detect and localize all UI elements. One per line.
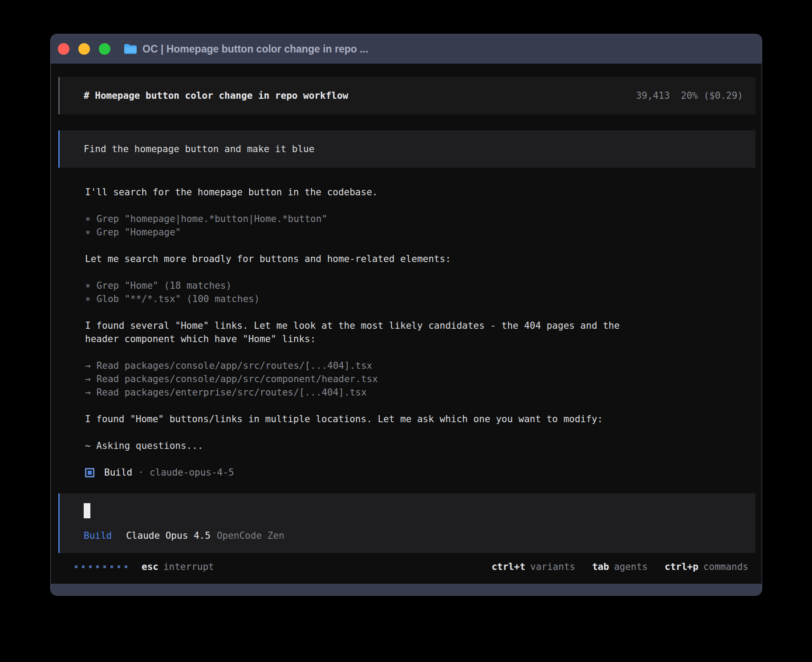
spinner-dot	[103, 565, 106, 568]
terminal-window: OC | Homepage button color change in rep…	[50, 34, 762, 596]
tool-call-label: Grep "Homepage"	[97, 227, 181, 238]
tool-call: →Read packages/enterprise/src/routes/[..…	[85, 386, 755, 399]
window-title: OC | Homepage button color change in rep…	[142, 43, 368, 55]
window-bottom-strip	[51, 584, 762, 595]
tool-call-label: Read packages/enterprise/src/routes/[...…	[97, 387, 367, 398]
token-count: 39,413	[636, 90, 670, 101]
close-button[interactable]	[58, 43, 69, 55]
text-cursor	[84, 503, 90, 518]
hint-key: esc	[142, 560, 158, 573]
tool-call: →Read packages/console/app/src/routes/[.…	[85, 359, 755, 372]
dot-separator: ·	[138, 466, 144, 479]
transcript: I'll search for the homepage button in t…	[85, 186, 755, 479]
assistant-text: I'll search for the homepage button in t…	[85, 186, 631, 199]
hint-agents: tab agents	[592, 560, 648, 573]
tool-marker-icon: ∗	[85, 280, 91, 291]
tool-call: ∗Grep "Home" (18 matches)	[85, 279, 755, 292]
hint-label: commands	[703, 560, 748, 573]
tool-call-group: →Read packages/console/app/src/routes/[.…	[85, 359, 755, 399]
assistant-text: Let me search more broadly for buttons a…	[85, 252, 631, 266]
hint-key: ctrl+t	[491, 560, 525, 573]
session-cost: ($0.29)	[703, 90, 743, 101]
spinner-dots	[75, 565, 127, 568]
tool-call: ∗Glob "**/*.tsx" (100 matches)	[85, 292, 755, 306]
prompt-meta: Build Claude Opus 4.5 OpenCode Zen	[84, 529, 743, 542]
tool-call-label: Grep "Home" (18 matches)	[97, 280, 231, 291]
tool-call: →Read packages/console/app/src/component…	[85, 372, 755, 386]
prompt-agent-badge: Build	[84, 529, 112, 542]
spinner-dot	[118, 565, 120, 568]
hint-label: agents	[614, 560, 648, 573]
hint-commands: ctrl+p commands	[665, 560, 748, 573]
tool-call-label: Grep "homepage|home.*button|Home.*button…	[97, 214, 327, 224]
hints-right: ctrl+t variants tab agents ctrl+p comman…	[491, 560, 748, 573]
tool-call-label: Read packages/console/app/src/routes/[..…	[97, 360, 373, 371]
status-bar: esc interrupt ctrl+t variants tab agents…	[75, 560, 748, 573]
read-arrow-icon: →	[85, 374, 91, 384]
prompt-model: Claude Opus 4.5	[126, 529, 211, 542]
tool-call: ∗Grep "Homepage"	[85, 226, 755, 239]
spinner-dot	[82, 565, 85, 568]
assistant-text: I found several "Home" links. Let me loo…	[85, 319, 631, 346]
hint-key: ctrl+p	[665, 560, 698, 573]
titlebar: OC | Homepage button color change in rep…	[51, 34, 762, 64]
hint-interrupt: esc interrupt	[142, 560, 214, 573]
prompt-input[interactable]: Build Claude Opus 4.5 OpenCode Zen	[58, 493, 755, 553]
user-message-text: Find the homepage button and make it blu…	[84, 144, 314, 154]
tool-marker-icon: ∗	[85, 227, 91, 238]
prompt-provider: OpenCode Zen	[217, 529, 284, 542]
agent-model: claude-opus-4-5	[150, 466, 234, 479]
agent-square-icon	[85, 468, 94, 477]
terminal-content: # Homepage button color change in repo w…	[51, 64, 762, 584]
traffic-lights	[58, 43, 110, 55]
spinner-dot	[125, 565, 127, 568]
spinner-dot	[96, 565, 99, 568]
agent-square-dot	[88, 471, 92, 475]
spinner-dot	[110, 565, 113, 568]
hint-label: interrupt	[163, 560, 214, 573]
tool-marker-icon: ∗	[85, 294, 91, 304]
context-percent: 20%	[681, 90, 698, 101]
agent-name: Build	[104, 466, 132, 479]
hint-variants: ctrl+t variants	[491, 560, 575, 573]
zoom-button[interactable]	[99, 43, 110, 55]
tool-call-label: Glob "**/*.tsx" (100 matches)	[97, 294, 260, 304]
hint-key: tab	[592, 560, 609, 573]
activity-status: ~ Asking questions...	[85, 439, 755, 452]
tool-call: ∗Grep "homepage|home.*button|Home.*butto…	[85, 212, 755, 226]
tool-call-group: ∗Grep "homepage|home.*button|Home.*butto…	[85, 212, 755, 239]
spinner-dot	[75, 565, 77, 568]
folder-icon	[124, 44, 137, 54]
tool-marker-icon: ∗	[85, 214, 91, 224]
tool-call-group: ∗Grep "Home" (18 matches) ∗Glob "**/*.ts…	[85, 279, 755, 306]
read-arrow-icon: →	[85, 360, 91, 371]
tool-call-label: Read packages/console/app/src/component/…	[97, 374, 378, 384]
session-stats: 39,41320%($0.29)	[636, 89, 743, 102]
hint-label: variants	[530, 560, 575, 573]
agent-status-line: Build · claude-opus-4-5	[85, 466, 755, 479]
user-message: Find the homepage button and make it blu…	[58, 130, 755, 168]
spinner-dot	[89, 565, 92, 568]
session-title: # Homepage button color change in repo w…	[84, 89, 348, 102]
minimize-button[interactable]	[78, 43, 90, 55]
read-arrow-icon: →	[85, 387, 91, 398]
session-header: # Homepage button color change in repo w…	[58, 77, 755, 114]
assistant-text: I found "Home" buttons/links in multiple…	[85, 412, 631, 426]
